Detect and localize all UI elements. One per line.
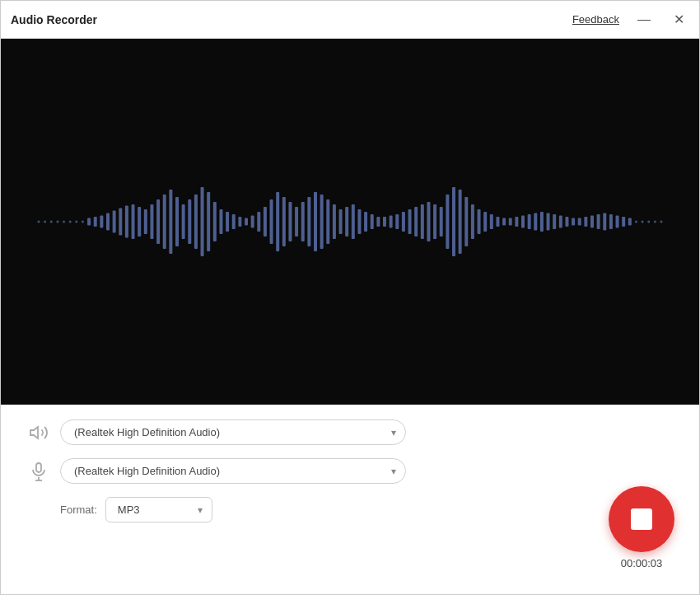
waveform-svg (37, 180, 663, 263)
svg-rect-80 (540, 212, 544, 232)
svg-rect-21 (169, 190, 172, 254)
svg-rect-17 (144, 209, 147, 234)
audio-in-wrapper: (Realtek High Definition Audio) ▾ (60, 458, 406, 484)
svg-rect-74 (502, 218, 506, 226)
waveform-area (1, 39, 699, 405)
svg-point-97 (647, 221, 650, 223)
svg-rect-18 (150, 204, 153, 239)
svg-rect-16 (138, 207, 141, 237)
svg-rect-75 (509, 218, 512, 226)
svg-point-0 (38, 221, 40, 223)
svg-rect-84 (565, 217, 568, 227)
feedback-link[interactable]: Feedback (572, 13, 619, 26)
svg-rect-32 (238, 217, 241, 227)
svg-rect-37 (270, 199, 273, 244)
svg-rect-10 (100, 216, 103, 228)
speaker-icon (29, 423, 49, 443)
speaker-icon-wrapper (26, 423, 52, 443)
svg-rect-67 (459, 190, 462, 254)
svg-rect-24 (188, 199, 191, 244)
svg-rect-81 (547, 213, 550, 231)
svg-rect-46 (326, 199, 329, 244)
format-select-wrapper: MP3 WAV FLAC OGG AAC ▾ (105, 497, 212, 522)
record-section: 00:00:03 (609, 486, 674, 569)
svg-rect-45 (320, 194, 324, 249)
svg-rect-94 (628, 218, 632, 226)
svg-rect-43 (307, 197, 310, 246)
svg-rect-48 (339, 209, 343, 234)
svg-rect-59 (408, 209, 412, 234)
svg-rect-91 (609, 214, 613, 229)
svg-rect-27 (207, 192, 210, 251)
audio-out-select[interactable]: (Realtek High Definition Audio) (60, 419, 406, 445)
svg-point-5 (69, 221, 72, 223)
svg-rect-15 (132, 204, 135, 239)
mic-icon (29, 461, 49, 481)
controls-area: (Realtek High Definition Audio) ▾ (Realt… (1, 405, 699, 594)
svg-rect-49 (345, 207, 348, 237)
svg-point-99 (660, 221, 663, 223)
svg-rect-68 (464, 197, 468, 246)
svg-rect-8 (87, 218, 91, 226)
svg-rect-29 (219, 209, 222, 234)
svg-point-4 (63, 221, 65, 223)
svg-rect-36 (264, 207, 267, 237)
svg-rect-62 (427, 202, 430, 241)
svg-rect-51 (357, 209, 361, 234)
format-label: Format: (60, 504, 97, 516)
svg-rect-54 (376, 217, 380, 227)
svg-rect-60 (414, 207, 418, 237)
timer-display: 00:00:03 (621, 557, 663, 569)
svg-rect-41 (295, 207, 298, 237)
svg-rect-25 (194, 194, 198, 249)
app-window: Audio Recorder Feedback — ✕ (0, 0, 700, 595)
svg-rect-90 (603, 213, 606, 231)
svg-rect-101 (36, 463, 41, 472)
svg-rect-82 (553, 214, 556, 229)
mic-icon-wrapper (26, 461, 52, 481)
svg-point-95 (635, 221, 637, 223)
svg-rect-92 (616, 216, 619, 228)
svg-rect-31 (232, 214, 236, 229)
svg-rect-50 (352, 204, 355, 239)
svg-rect-52 (364, 212, 367, 232)
svg-rect-89 (597, 214, 600, 229)
titlebar-actions: Feedback — ✕ (572, 12, 689, 28)
svg-rect-23 (182, 204, 185, 239)
svg-rect-77 (521, 216, 525, 228)
svg-rect-66 (452, 187, 455, 256)
svg-rect-78 (528, 214, 531, 229)
svg-point-98 (654, 221, 656, 223)
svg-rect-73 (496, 217, 499, 227)
svg-rect-71 (483, 212, 487, 232)
minimize-button[interactable]: — (632, 12, 656, 28)
svg-rect-47 (333, 204, 336, 239)
svg-rect-11 (106, 213, 110, 231)
svg-rect-30 (226, 212, 229, 232)
audio-in-select[interactable]: (Realtek High Definition Audio) (60, 458, 406, 484)
stop-button[interactable] (609, 486, 674, 552)
svg-rect-69 (471, 204, 474, 239)
svg-rect-79 (534, 213, 537, 231)
microphone-row: (Realtek High Definition Audio) ▾ (26, 458, 674, 484)
audio-out-wrapper: (Realtek High Definition Audio) ▾ (60, 419, 406, 445)
close-button[interactable]: ✕ (669, 12, 689, 28)
svg-rect-76 (515, 217, 518, 227)
svg-rect-65 (446, 194, 449, 249)
svg-rect-86 (578, 218, 581, 226)
svg-rect-9 (94, 217, 97, 227)
svg-rect-56 (390, 216, 393, 228)
svg-rect-64 (440, 207, 443, 237)
svg-rect-57 (395, 214, 399, 229)
stop-icon (631, 508, 652, 530)
svg-marker-100 (30, 427, 38, 438)
svg-rect-55 (383, 217, 386, 227)
svg-rect-61 (421, 204, 424, 239)
svg-rect-13 (119, 208, 122, 236)
svg-rect-33 (245, 218, 248, 226)
svg-rect-19 (156, 199, 160, 244)
svg-rect-72 (490, 214, 493, 229)
format-row: Format: MP3 WAV FLAC OGG AAC ▾ (26, 497, 674, 522)
svg-rect-28 (213, 202, 217, 241)
format-select[interactable]: MP3 WAV FLAC OGG AAC (105, 497, 212, 522)
